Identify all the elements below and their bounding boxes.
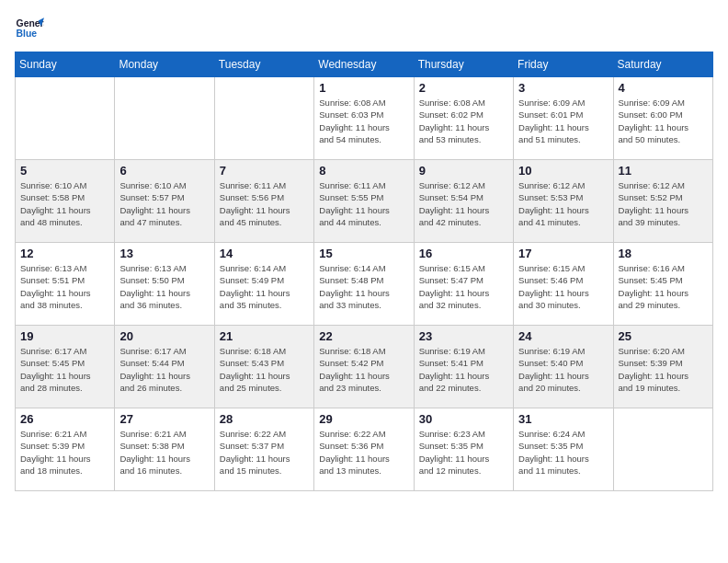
day-number: 10 [518, 164, 608, 178]
calendar-week-row: 19Sunrise: 6:17 AMSunset: 5:45 PMDayligh… [16, 326, 713, 408]
calendar-header-row: SundayMondayTuesdayWednesdayThursdayFrid… [16, 52, 713, 77]
calendar-cell: 28Sunrise: 6:22 AMSunset: 5:37 PMDayligh… [214, 408, 313, 491]
day-info: Sunrise: 6:13 AMSunset: 5:50 PMDaylight:… [119, 262, 209, 311]
day-number: 8 [319, 164, 408, 178]
day-number: 20 [119, 329, 209, 343]
day-info: Sunrise: 6:15 AMSunset: 5:47 PMDaylight:… [419, 262, 508, 311]
day-info: Sunrise: 6:12 AMSunset: 5:52 PMDaylight:… [619, 179, 708, 228]
calendar-week-row: 5Sunrise: 6:10 AMSunset: 5:58 PMDaylight… [16, 160, 713, 243]
logo-icon: General Blue [15, 15, 44, 44]
calendar-cell: 8Sunrise: 6:11 AMSunset: 5:55 PMDaylight… [314, 160, 414, 243]
day-info: Sunrise: 6:13 AMSunset: 5:51 PMDaylight:… [20, 262, 109, 311]
calendar-table: SundayMondayTuesdayWednesdayThursdayFrid… [15, 52, 713, 491]
calendar-cell: 3Sunrise: 6:09 AMSunset: 6:01 PMDaylight… [514, 77, 613, 160]
calendar-cell [115, 77, 214, 160]
day-number: 29 [319, 412, 408, 426]
day-number: 27 [119, 412, 209, 426]
calendar-cell: 6Sunrise: 6:10 AMSunset: 5:57 PMDaylight… [115, 160, 214, 243]
day-of-week-header: Saturday [613, 52, 712, 77]
calendar-cell: 5Sunrise: 6:10 AMSunset: 5:58 PMDaylight… [16, 160, 115, 243]
calendar-week-row: 1Sunrise: 6:08 AMSunset: 6:03 PMDaylight… [16, 77, 713, 160]
day-of-week-header: Tuesday [214, 52, 313, 77]
day-info: Sunrise: 6:19 AMSunset: 5:40 PMDaylight:… [518, 345, 608, 394]
day-info: Sunrise: 6:22 AMSunset: 5:36 PMDaylight:… [319, 428, 408, 477]
day-info: Sunrise: 6:12 AMSunset: 5:54 PMDaylight:… [419, 179, 508, 228]
day-number: 17 [518, 247, 608, 260]
calendar-cell: 11Sunrise: 6:12 AMSunset: 5:52 PMDayligh… [613, 160, 712, 243]
day-info: Sunrise: 6:11 AMSunset: 5:56 PMDaylight:… [220, 179, 309, 228]
day-number: 6 [119, 164, 209, 178]
day-number: 30 [419, 412, 508, 426]
day-info: Sunrise: 6:08 AMSunset: 6:03 PMDaylight:… [319, 97, 408, 145]
day-number: 25 [619, 329, 708, 343]
day-info: Sunrise: 6:17 AMSunset: 5:44 PMDaylight:… [119, 345, 209, 394]
page-header: General Blue [15, 15, 713, 44]
day-of-week-header: Monday [115, 52, 214, 77]
day-info: Sunrise: 6:14 AMSunset: 5:49 PMDaylight:… [220, 262, 309, 311]
day-info: Sunrise: 6:09 AMSunset: 6:00 PMDaylight:… [619, 97, 708, 145]
day-number: 21 [220, 329, 309, 343]
day-info: Sunrise: 6:15 AMSunset: 5:46 PMDaylight:… [518, 262, 608, 311]
day-number: 22 [319, 329, 408, 343]
day-of-week-header: Thursday [414, 52, 513, 77]
day-number: 5 [20, 164, 109, 178]
calendar-week-row: 26Sunrise: 6:21 AMSunset: 5:39 PMDayligh… [16, 408, 713, 491]
day-number: 26 [20, 412, 109, 426]
logo: General Blue [15, 15, 44, 44]
calendar-cell: 24Sunrise: 6:19 AMSunset: 5:40 PMDayligh… [514, 326, 613, 408]
day-info: Sunrise: 6:23 AMSunset: 5:35 PMDaylight:… [419, 428, 508, 477]
day-info: Sunrise: 6:18 AMSunset: 5:43 PMDaylight:… [220, 345, 309, 394]
day-info: Sunrise: 6:12 AMSunset: 5:53 PMDaylight:… [518, 179, 608, 228]
day-number: 11 [619, 164, 708, 178]
calendar-cell: 13Sunrise: 6:13 AMSunset: 5:50 PMDayligh… [115, 243, 214, 326]
calendar-cell: 18Sunrise: 6:16 AMSunset: 5:45 PMDayligh… [613, 243, 712, 326]
day-number: 18 [619, 247, 708, 260]
day-number: 9 [419, 164, 508, 178]
calendar-cell: 17Sunrise: 6:15 AMSunset: 5:46 PMDayligh… [514, 243, 613, 326]
day-info: Sunrise: 6:08 AMSunset: 6:02 PMDaylight:… [419, 97, 508, 145]
calendar-cell: 16Sunrise: 6:15 AMSunset: 5:47 PMDayligh… [414, 243, 513, 326]
calendar-cell [16, 77, 115, 160]
calendar-cell: 21Sunrise: 6:18 AMSunset: 5:43 PMDayligh… [214, 326, 313, 408]
svg-text:Blue: Blue [17, 29, 38, 39]
day-of-week-header: Sunday [16, 52, 115, 77]
calendar-cell: 14Sunrise: 6:14 AMSunset: 5:49 PMDayligh… [214, 243, 313, 326]
day-of-week-header: Friday [514, 52, 613, 77]
day-number: 13 [119, 247, 209, 260]
calendar-cell: 31Sunrise: 6:24 AMSunset: 5:35 PMDayligh… [514, 408, 613, 491]
day-info: Sunrise: 6:11 AMSunset: 5:55 PMDaylight:… [319, 179, 408, 228]
calendar-cell [613, 408, 712, 491]
day-info: Sunrise: 6:22 AMSunset: 5:37 PMDaylight:… [220, 428, 309, 477]
day-info: Sunrise: 6:10 AMSunset: 5:57 PMDaylight:… [119, 179, 209, 228]
day-number: 12 [20, 247, 109, 260]
day-number: 23 [419, 329, 508, 343]
day-info: Sunrise: 6:21 AMSunset: 5:38 PMDaylight:… [119, 428, 209, 477]
day-number: 28 [220, 412, 309, 426]
day-info: Sunrise: 6:19 AMSunset: 5:41 PMDaylight:… [419, 345, 508, 394]
day-info: Sunrise: 6:17 AMSunset: 5:45 PMDaylight:… [20, 345, 109, 394]
calendar-cell: 23Sunrise: 6:19 AMSunset: 5:41 PMDayligh… [414, 326, 513, 408]
calendar-cell: 26Sunrise: 6:21 AMSunset: 5:39 PMDayligh… [16, 408, 115, 491]
day-number: 7 [220, 164, 309, 178]
calendar-cell: 12Sunrise: 6:13 AMSunset: 5:51 PMDayligh… [16, 243, 115, 326]
calendar-cell: 7Sunrise: 6:11 AMSunset: 5:56 PMDaylight… [214, 160, 313, 243]
calendar-cell: 25Sunrise: 6:20 AMSunset: 5:39 PMDayligh… [613, 326, 712, 408]
calendar-cell: 30Sunrise: 6:23 AMSunset: 5:35 PMDayligh… [414, 408, 513, 491]
day-number: 14 [220, 247, 309, 260]
calendar-cell: 2Sunrise: 6:08 AMSunset: 6:02 PMDaylight… [414, 77, 513, 160]
day-info: Sunrise: 6:20 AMSunset: 5:39 PMDaylight:… [619, 345, 708, 394]
day-of-week-header: Wednesday [314, 52, 414, 77]
calendar-cell [214, 77, 313, 160]
calendar-cell: 22Sunrise: 6:18 AMSunset: 5:42 PMDayligh… [314, 326, 414, 408]
calendar-cell: 20Sunrise: 6:17 AMSunset: 5:44 PMDayligh… [115, 326, 214, 408]
day-number: 1 [319, 81, 408, 95]
day-number: 3 [518, 81, 608, 95]
day-info: Sunrise: 6:18 AMSunset: 5:42 PMDaylight:… [319, 345, 408, 394]
day-info: Sunrise: 6:24 AMSunset: 5:35 PMDaylight:… [518, 428, 608, 477]
day-info: Sunrise: 6:16 AMSunset: 5:45 PMDaylight:… [619, 262, 708, 311]
day-number: 24 [518, 329, 608, 343]
day-number: 31 [518, 412, 608, 426]
calendar-cell: 29Sunrise: 6:22 AMSunset: 5:36 PMDayligh… [314, 408, 414, 491]
day-number: 16 [419, 247, 508, 260]
day-number: 2 [419, 81, 508, 95]
